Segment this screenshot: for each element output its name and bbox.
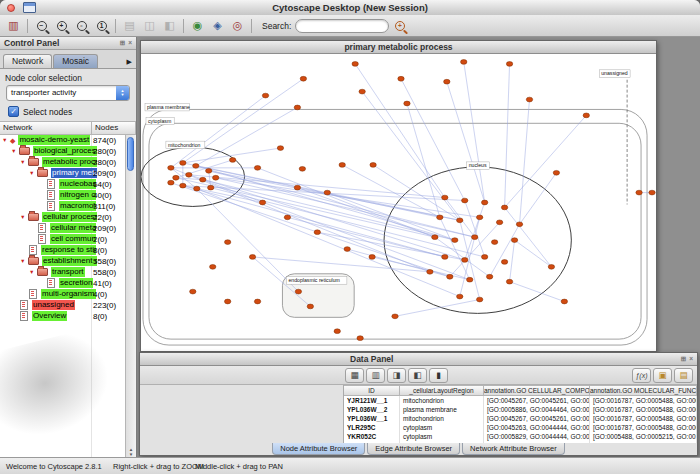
- table-cell[interactable]: cytoplasm: [400, 432, 484, 441]
- network-node[interactable]: [314, 230, 320, 235]
- table-column-header[interactable]: _cellularLayoutRegion: [400, 385, 484, 396]
- data-panel-titlebar[interactable]: Data Panel ⊞ ×: [140, 353, 697, 366]
- table-cell[interactable]: [GO:0005829, GO:0044444, GO:0044424, G..…: [484, 432, 590, 441]
- network-node[interactable]: [427, 269, 433, 274]
- select-nodes-checkbox[interactable]: [8, 106, 19, 117]
- network-node[interactable]: [249, 255, 255, 260]
- network-node[interactable]: [299, 166, 305, 171]
- network-node[interactable]: [370, 163, 376, 168]
- window-titlebar[interactable]: Cytoscape Desktop (New Session): [0, 0, 700, 16]
- network-node[interactable]: [210, 264, 216, 269]
- enhanced-search-icon[interactable]: +: [390, 17, 409, 35]
- tree-row[interactable]: ▼establishment of lo...558(0): [0, 256, 126, 267]
- delete-attribute-icon[interactable]: ▮: [429, 368, 448, 383]
- tree-row[interactable]: ▼metabolic process280(0): [0, 157, 126, 168]
- network-graph[interactable]: plasma membranecytoplasmmitochondrionnuc…: [141, 54, 656, 351]
- network-node[interactable]: [224, 299, 230, 304]
- network-node[interactable]: [254, 299, 260, 304]
- tree-col-network[interactable]: Network: [0, 121, 92, 135]
- network-node[interactable]: [168, 180, 174, 185]
- tree-col-nodes[interactable]: Nodes: [92, 121, 136, 135]
- network-node[interactable]: [180, 161, 186, 166]
- network-node[interactable]: [452, 238, 458, 243]
- network-node[interactable]: [506, 62, 512, 67]
- network-node[interactable]: [307, 304, 313, 309]
- table-column-header[interactable]: ID: [344, 385, 400, 396]
- search-input[interactable]: [295, 19, 389, 33]
- expander-icon[interactable]: ▼: [20, 256, 28, 267]
- copy-to-clipboard-icon[interactable]: ▥: [366, 368, 385, 383]
- network-node[interactable]: [229, 158, 235, 163]
- tree-row[interactable]: macromolecule...311(0): [0, 201, 126, 212]
- network-node[interactable]: [190, 289, 196, 294]
- tree-scrollbar-thumb[interactable]: [127, 137, 134, 171]
- network-canvas[interactable]: plasma membranecytoplasmmitochondrionnuc…: [141, 54, 656, 351]
- tree-row[interactable]: ▼biological_process280(0): [0, 146, 126, 157]
- table-cell[interactable]: mitochondrion: [400, 414, 484, 423]
- float-panel-icon[interactable]: ⊞: [120, 40, 125, 47]
- network-node[interactable]: [553, 170, 559, 175]
- table-cell[interactable]: [GO:0016787, GO:0005488, GO:0005215, G..…: [590, 405, 697, 414]
- network-node[interactable]: [583, 113, 589, 118]
- network-node[interactable]: [481, 255, 487, 260]
- network-node[interactable]: [444, 79, 450, 84]
- table-cell-id[interactable]: YPL036W__2: [344, 405, 400, 414]
- network-node[interactable]: [432, 235, 438, 240]
- tab-scroll-right-icon[interactable]: ▶: [127, 58, 134, 68]
- tab-network-attribute-browser[interactable]: Network Attribute Browser: [462, 443, 565, 455]
- network-node[interactable]: [168, 165, 174, 170]
- close-datapanel-icon[interactable]: ×: [689, 356, 693, 363]
- network-node[interactable]: [324, 190, 330, 195]
- table-cell[interactable]: [GO:0016787, GO:0005488, GO:0005215, G..…: [590, 396, 697, 405]
- network-node[interactable]: [300, 76, 306, 81]
- table-cell[interactable]: [GO:0005488, GO:0005215, GO:0015075, ...: [590, 432, 697, 441]
- table-cell-id[interactable]: YLR295C: [344, 423, 400, 432]
- vizmapper-icon[interactable]: ◈: [208, 17, 227, 35]
- table-cell[interactable]: mitochondrion: [400, 396, 484, 405]
- print-table-icon[interactable]: ▦: [345, 368, 364, 383]
- network-node[interactable]: [461, 60, 467, 65]
- network-node[interactable]: [491, 240, 497, 245]
- network-node[interactable]: [194, 186, 200, 191]
- network-node[interactable]: [511, 238, 517, 243]
- network-view-titlebar[interactable]: primary metabolic process: [141, 41, 656, 54]
- network-node[interactable]: [462, 198, 468, 203]
- close-panel-icon[interactable]: ×: [128, 40, 132, 47]
- network-node[interactable]: [213, 175, 219, 180]
- network-node[interactable]: [357, 336, 363, 341]
- network-node[interactable]: [442, 195, 448, 200]
- tree-row[interactable]: response to stimul...8(0): [0, 245, 126, 256]
- select-attributes-icon[interactable]: ◨: [387, 368, 406, 383]
- tree-row[interactable]: nucleobase...64(0): [0, 179, 126, 190]
- network-node[interactable]: [294, 105, 300, 110]
- network-node[interactable]: [516, 222, 522, 227]
- network-node[interactable]: [506, 279, 512, 284]
- zoom-in-icon[interactable]: +: [52, 17, 71, 35]
- network-node[interactable]: [462, 258, 468, 263]
- close-window-icon[interactable]: [7, 4, 15, 12]
- network-node[interactable]: [457, 294, 463, 299]
- import-attribute-file-icon[interactable]: ▣: [653, 368, 672, 383]
- network-node[interactable]: [476, 297, 482, 302]
- tree-row[interactable]: cell communica...2(0): [0, 234, 126, 245]
- network-node[interactable]: [526, 97, 532, 102]
- network-node[interactable]: [398, 76, 404, 81]
- network-node[interactable]: [457, 218, 463, 223]
- network-node[interactable]: [359, 89, 365, 94]
- table-cell[interactable]: [GO:0016787, GO:0005488, GO:0005215, G..…: [590, 414, 697, 423]
- tree-row[interactable]: ▼primary metab...209(0): [0, 168, 126, 179]
- tree-row[interactable]: ▼cellular process22(0): [0, 212, 126, 223]
- table-column-header[interactable]: annotation.GO CELLULAR_COMPONENT: [484, 385, 590, 396]
- network-node[interactable]: [481, 200, 487, 205]
- network-node[interactable]: [352, 62, 358, 67]
- table-cell-id[interactable]: YPL036W__1: [344, 414, 400, 423]
- network-node[interactable]: [548, 264, 554, 269]
- table-cell[interactable]: [GO:0045263, GO:0044444, GO:0044424, G..…: [484, 423, 590, 432]
- tree-row[interactable]: ▼transport558(0): [0, 267, 126, 278]
- network-node[interactable]: [501, 205, 507, 210]
- network-node[interactable]: [404, 101, 410, 106]
- tree-row[interactable]: Overview8(0): [0, 311, 126, 322]
- network-node[interactable]: [294, 185, 300, 190]
- export-image-icon[interactable]: ▥: [4, 17, 23, 35]
- network-node[interactable]: [476, 215, 482, 220]
